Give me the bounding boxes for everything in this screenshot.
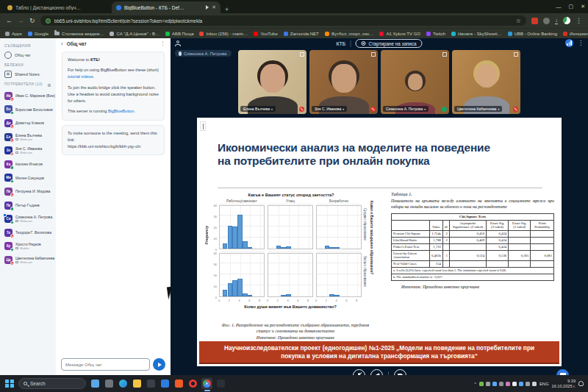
user-list-item[interactable]: КаКалоян Игнатов [4,157,56,171]
user-list-item[interactable]: ЗоЗоя С. ИвановаWebcam [4,143,56,157]
maximize-button[interactable]: ▢ [569,4,574,10]
sidebar-item-shared-notes[interactable]: Shared Notes [4,68,56,79]
tab-audio-icon[interactable] [206,5,209,10]
user-list-item[interactable]: ДиДимитър Кланов [4,116,56,130]
tray-icon[interactable] [512,382,517,386]
bookmark-star-icon[interactable]: ☆ [516,18,521,24]
start-recording-button[interactable]: Стартиране на записа [355,39,422,48]
tab-dashboard[interactable]: Табло | Дистанционно обуч… [3,1,112,13]
chat-back-icon[interactable]: ‹ [61,40,63,47]
bookmark-item[interactable]: СА "Д.А.Ценов" - В… [110,32,159,36]
brave-browser-icon[interactable] [173,378,184,389]
user-list-item[interactable]: ИвИван С. Маринов (Вие) [4,89,56,103]
user-list-item[interactable]: ПеПетър Гъдиев [4,199,56,213]
language-indicator[interactable]: ENG [539,382,549,386]
edge-browser-icon[interactable] [118,378,129,389]
minimize-button[interactable]: — [556,4,562,10]
table-cell [442,243,449,250]
send-message-button[interactable] [153,358,165,371]
tray-icon[interactable] [506,382,510,386]
slide-toolbar-handle[interactable] [200,121,206,131]
bookmark-item[interactable]: Футбол, спорт, сно… [325,32,374,36]
bookmark-item[interactable]: Zamunda.NET [284,32,319,36]
chrome-browser-icon[interactable] [201,378,212,389]
fullscreen-icon[interactable] [442,52,447,57]
webcam-tile[interactable]: Симеонка А. Петрова▾ [381,50,449,114]
bookmark-item[interactable]: Havans - SkyShowti… [451,32,502,36]
tray-icon[interactable] [486,382,490,386]
tray-icon[interactable] [499,382,503,386]
tray-icon[interactable] [532,382,537,386]
tray-icon[interactable] [526,382,530,386]
reload-icon[interactable]: ↻ [29,17,35,24]
fullscreen-icon[interactable] [300,52,304,57]
user-list-item[interactable]: МиМилен Сикунцов [4,171,56,185]
tray-chevron-icon[interactable]: ^ [474,382,476,386]
close-button[interactable]: ✕ [581,4,585,10]
options-menu-icon[interactable]: ⋮ [578,40,584,46]
new-tab-button[interactable]: + [225,6,229,13]
profile-avatar[interactable] [563,17,570,24]
notifications-icon[interactable] [578,381,584,386]
meeting-title: КТБ [336,41,345,46]
chevron-down-icon[interactable]: ▾ [271,107,273,111]
tray-icon[interactable] [519,382,523,386]
user-list-item[interactable]: ЕлЕлена ВълчеваWebcam [4,130,56,144]
file-explorer-icon[interactable] [132,378,143,389]
round-app-icon[interactable] [215,378,226,389]
check-app-icon[interactable] [159,378,171,389]
taskbar-clock[interactable]: 9:39 16.10.2025 г. [552,379,576,389]
site-info-icon[interactable] [46,18,51,24]
tutorial-videos-link[interactable]: tutorial videos [68,74,93,79]
user-avatar-icon[interactable] [175,40,181,46]
fullscreen-icon[interactable] [371,52,376,57]
manage-users-gear-icon[interactable]: ⚙ [47,82,51,88]
url-omnibox[interactable]: bb65.uni-svishtov.bg/html5client/join?se… [40,15,526,26]
bookmark-item[interactable]: Интернет Банкера… [563,32,588,36]
chat-options-icon[interactable]: ⋮ [160,40,165,46]
extensions-puzzle-icon[interactable] [543,18,550,24]
sidebar-item-public-chat[interactable]: Общ чат [4,49,56,60]
chrome-menu-icon[interactable]: ⋮ [576,17,582,24]
bookmark-item[interactable]: АБВ Поща [165,32,194,36]
bookmark-item[interactable]: Google [28,32,49,36]
bookmark-item[interactable]: UBB - Online Banking [508,32,557,36]
user-list-item[interactable]: ТеТеодора Г. Филипова [4,226,56,240]
user-list-item[interactable]: ПеПетрунка И. Мидова [4,185,56,199]
connection-status-icon[interactable] [565,39,573,47]
taskbar-search[interactable]: Search [18,378,86,389]
opera-browser-icon[interactable] [187,378,198,389]
bookmark-item[interactable]: Twitch [426,32,445,36]
phone-link-app-icon[interactable] [104,378,115,389]
webcam-tile[interactable]: Елена Вълчева▾ [238,50,306,114]
bookmark-item[interactable]: Inbox (256) - marin… [199,32,248,36]
chevron-down-icon[interactable]: ▾ [498,107,499,111]
tray-icon[interactable] [492,382,497,386]
back-icon[interactable]: ← [6,17,12,24]
fullscreen-icon[interactable] [514,52,518,57]
chevron-down-icon[interactable]: ▾ [424,107,426,111]
bigbluebutton-link[interactable]: BigBlueButton [108,109,134,113]
bookmark-item[interactable]: YouTube [254,32,278,36]
chat-message-input[interactable] [61,358,150,371]
presentation-stage: Икономически анализ на моделите на повед… [171,116,588,375]
download-icon[interactable]: ↓ [555,17,558,24]
webcam-tile[interactable]: Цветелина Кабакчиева▾ [452,50,520,114]
webcam-tile[interactable]: Зоя С. Иванова▾ [309,50,378,114]
dark-app-icon[interactable] [146,378,157,389]
user-list-item[interactable]: ХрХристо НедковMobile [4,240,56,254]
user-list-item[interactable]: СиСимеонка А. ПетроваWebcam [4,212,56,226]
people-app-icon[interactable] [90,378,101,389]
start-button[interactable] [4,379,15,389]
bookmark-item[interactable]: Apps [5,32,22,36]
user-list-item[interactable]: БоБорислав Богословов [4,103,56,117]
extension-icon-red[interactable] [531,18,538,24]
user-list-item[interactable]: ЦвЦветелина КабакчиеваWebcam [4,253,56,267]
tray-icon[interactable] [479,382,484,386]
tab-close-icon[interactable]: ✕ [212,4,216,10]
forward-icon[interactable]: → [18,17,24,24]
chevron-down-icon[interactable]: ▾ [343,107,344,111]
bookmark-item[interactable]: A1 Xplore TV GO [379,32,420,36]
tab-bigbluebutton[interactable]: BigBlueButton - КТБ - Def… ✕ [112,1,220,13]
bookmark-item[interactable]: Стопанска академ… [54,32,104,36]
